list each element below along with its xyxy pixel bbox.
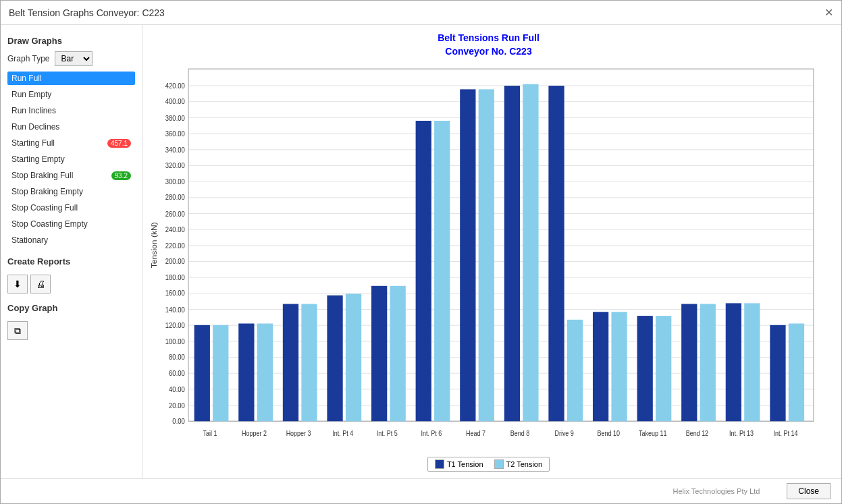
bar-group-bend10: Bend 10 [593, 312, 627, 437]
svg-text:Head 7: Head 7 [466, 430, 485, 438]
menu-item-run-inclines[interactable]: Run Inclines [7, 104, 135, 117]
svg-rect-69 [548, 86, 564, 421]
menu-item-stop-coasting-empty[interactable]: Stop Coasting Empty [7, 217, 135, 231]
svg-text:240.00: 240.00 [165, 225, 185, 233]
print-report-button[interactable]: 🖨 [30, 275, 51, 293]
svg-rect-75 [637, 316, 653, 421]
create-reports-label: Create Reports [7, 256, 135, 267]
svg-rect-81 [726, 304, 741, 422]
menu-item-run-declines[interactable]: Run Declines [7, 120, 135, 134]
svg-text:Int. Pt 5: Int. Pt 5 [377, 430, 398, 438]
svg-text:340.00: 340.00 [165, 146, 185, 155]
copy-graph-label: Copy Graph [7, 303, 135, 313]
svg-text:300.00: 300.00 [165, 178, 185, 186]
svg-rect-73 [611, 312, 627, 421]
svg-text:140.00: 140.00 [165, 306, 185, 314]
svg-rect-45 [194, 325, 210, 421]
legend-t1: T1 Tension [435, 459, 483, 469]
chart-container: 0.00 20.00 40.00 60.00 80.00 100.00 120.… [149, 61, 828, 454]
helix-credit: Helix Technologies Pty Ltd [392, 487, 760, 495]
svg-rect-64 [479, 90, 494, 422]
menu-item-stationary[interactable]: Stationary [7, 233, 135, 247]
svg-rect-63 [460, 90, 475, 422]
svg-text:320.00: 320.00 [165, 162, 185, 170]
bar-group-intpt4: Int. Pt 4 [327, 294, 361, 438]
chart-svg: 0.00 20.00 40.00 60.00 80.00 100.00 120.… [149, 61, 828, 454]
svg-text:Takeup 11: Takeup 11 [639, 430, 666, 438]
svg-text:160.00: 160.00 [165, 289, 185, 298]
bar-group-head7: Head 7 [460, 90, 494, 438]
svg-rect-66 [504, 86, 520, 421]
svg-text:Int. Pt 4: Int. Pt 4 [332, 430, 354, 438]
grid-lines [188, 86, 814, 421]
svg-rect-46 [213, 325, 228, 421]
menu-item-starting-full[interactable]: Starting Full 457.1 [7, 136, 135, 150]
svg-text:180.00: 180.00 [165, 274, 185, 282]
svg-rect-52 [301, 304, 317, 422]
content-area: Draw Graphs Graph Type Bar Line Area Run… [1, 25, 841, 478]
svg-rect-51 [283, 304, 298, 422]
bar-group-bend8: Bend 8 [504, 84, 539, 438]
main-chart-area: Belt Tensions Run Full Conveyor No. C223 [142, 25, 841, 478]
legend-t1-label: T1 Tension [447, 460, 483, 468]
graph-type-row: Graph Type Bar Line Area [7, 51, 135, 66]
svg-rect-79 [700, 304, 716, 422]
menu-item-starting-empty[interactable]: Starting Empty [7, 152, 135, 166]
svg-text:200.00: 200.00 [165, 258, 185, 266]
copy-graph-buttons: ⧉ [7, 321, 135, 340]
svg-text:Bend 12: Bend 12 [686, 430, 708, 438]
svg-rect-85 [789, 324, 804, 422]
svg-rect-84 [770, 325, 785, 421]
svg-rect-58 [390, 286, 406, 421]
title-bar: Belt Tension Graphs Conveyor: C223 ✕ [1, 1, 841, 25]
copy-graph-button[interactable]: ⧉ [7, 321, 28, 340]
create-reports-buttons: ⬇ 🖨 [7, 275, 135, 293]
close-button[interactable]: Close [787, 483, 831, 499]
sidebar: Draw Graphs Graph Type Bar Line Area Run… [1, 25, 142, 478]
svg-rect-57 [371, 286, 387, 421]
svg-text:120.00: 120.00 [165, 321, 185, 329]
bar-group-takeup11: Takeup 11 [637, 316, 672, 437]
stop-braking-full-badge: 93.2 [111, 171, 131, 180]
svg-rect-76 [656, 316, 671, 421]
svg-text:Bend 8: Bend 8 [510, 430, 529, 438]
svg-rect-55 [346, 294, 361, 422]
svg-text:380.00: 380.00 [165, 114, 185, 122]
menu-item-run-full[interactable]: Run Full [7, 72, 135, 85]
bar-group-bend12: Bend 12 [681, 304, 716, 438]
svg-rect-82 [744, 304, 760, 422]
menu-item-stop-coasting-full[interactable]: Stop Coasting Full [7, 201, 135, 215]
draw-graphs-label: Draw Graphs [7, 36, 135, 46]
svg-rect-44 [188, 69, 814, 421]
menu-item-stop-braking-full[interactable]: Stop Braking Full 93.2 [7, 169, 135, 182]
svg-text:Hopper 2: Hopper 2 [242, 430, 267, 438]
title-close-button[interactable]: ✕ [824, 6, 833, 19]
y-axis-labels: 0.00 20.00 40.00 60.00 80.00 100.00 120.… [165, 82, 185, 425]
svg-rect-67 [523, 84, 538, 422]
svg-text:Int. Pt 13: Int. Pt 13 [729, 430, 754, 438]
svg-text:220.00: 220.00 [165, 242, 185, 250]
chart-legend: T1 Tension T2 Tension [427, 457, 550, 472]
graph-type-select[interactable]: Bar Line Area [55, 51, 93, 66]
download-report-button[interactable]: ⬇ [7, 275, 28, 293]
footer: Helix Technologies Pty Ltd Close [1, 478, 841, 503]
svg-rect-60 [416, 121, 431, 421]
svg-text:0.00: 0.00 [172, 417, 185, 425]
svg-text:Int. Pt 14: Int. Pt 14 [774, 430, 798, 438]
menu-item-run-empty[interactable]: Run Empty [7, 88, 135, 101]
graph-type-label: Graph Type [7, 54, 49, 63]
chart-title: Belt Tensions Run Full Conveyor No. C223 [438, 32, 540, 58]
svg-text:280.00: 280.00 [165, 194, 185, 202]
legend-t1-color [435, 459, 444, 469]
svg-text:Hopper 3: Hopper 3 [286, 430, 311, 438]
svg-text:60.00: 60.00 [169, 370, 185, 378]
legend-t2-label: T2 Tension [506, 460, 543, 468]
menu-item-stop-braking-empty[interactable]: Stop Braking Empty [7, 185, 135, 198]
svg-text:Bend 10: Bend 10 [598, 430, 620, 438]
bar-group-tail1: Tail 1 [194, 325, 229, 437]
svg-rect-48 [238, 324, 254, 422]
svg-text:Int. Pt 6: Int. Pt 6 [421, 430, 442, 438]
svg-rect-72 [593, 312, 608, 421]
svg-rect-61 [434, 121, 450, 421]
bar-group-intpt13: Int. Pt 13 [726, 304, 760, 438]
